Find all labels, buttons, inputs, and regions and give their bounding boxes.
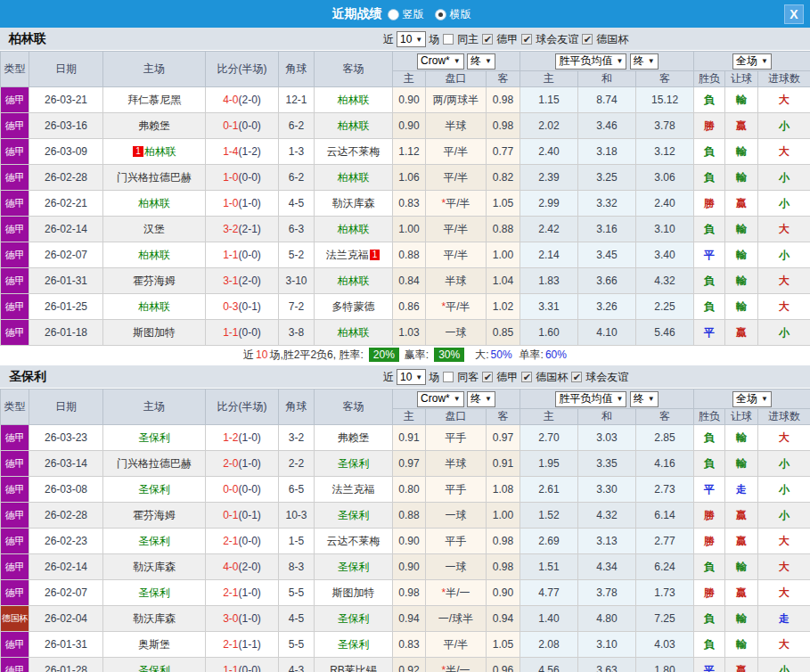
corner-score: 4-3 [279, 658, 315, 672]
avg-odds-select[interactable]: 胜平负均值 [555, 53, 626, 70]
close-button[interactable]: X [784, 4, 804, 24]
match-date: 26-01-28 [29, 658, 103, 672]
match-row: 德甲26-02-28霍芬海姆0-1(0-1)10-3圣保利0.88一球1.001… [1, 503, 810, 529]
result-text: 贏 [736, 197, 747, 209]
team-link: 圣保利 [338, 612, 370, 625]
team-link: 柏林联 [338, 119, 370, 132]
result-text: 大 [779, 223, 790, 235]
comp-checkbox-1[interactable] [482, 34, 493, 45]
radio-vertical-layout[interactable] [388, 9, 399, 20]
col-score: 比分(半场) [206, 389, 279, 425]
same-venue-checkbox[interactable] [443, 34, 454, 45]
stage-select-asian[interactable]: 终 [467, 53, 495, 70]
asian-home-odds: 0.84 [393, 268, 426, 294]
result-text: 走 [736, 483, 747, 496]
asian-home-odds: 0.94 [393, 606, 426, 632]
asian-away-odds: 1.05 [487, 191, 520, 217]
euro-home-odds: 2.40 [520, 139, 578, 165]
line-text: 一球 [446, 561, 467, 573]
result-text: 贏 [736, 119, 747, 132]
filter-games-label: 场 [429, 370, 439, 385]
euro-away-odds: 7.25 [636, 606, 694, 632]
euro-home-odds: 2.61 [520, 477, 578, 503]
result-winlose: 負 [694, 554, 725, 580]
team-link: 多特蒙德 [332, 300, 375, 313]
result-handicap: 走 [725, 477, 758, 503]
asian-home-odds: 0.88 [393, 242, 426, 268]
bookmaker-select[interactable]: Crow* [417, 53, 464, 70]
result-handicap: 輸 [725, 217, 758, 242]
match-row: 德甲26-02-14勒沃库森4-0(2-0)8-3圣保利0.90一球0.981.… [1, 554, 810, 580]
home-team: 门兴格拉德巴赫 [103, 165, 206, 191]
home-team: 汉堡 [103, 217, 206, 242]
match-score: 1-1(0-0) [206, 320, 279, 346]
filter-near-label: 近 [383, 370, 394, 385]
asian-home-odds: 0.90 [393, 87, 426, 113]
team-link: 柏林联 [138, 197, 170, 209]
avg-odds-select[interactable]: 胜平负均值 [555, 391, 626, 407]
comp-checkbox-1[interactable] [482, 372, 493, 382]
match-score: 1-0(0-0) [206, 165, 279, 191]
corner-score: 5-5 [279, 580, 315, 606]
asian-home-odds: 0.90 [393, 529, 426, 554]
result-text: 負 [704, 612, 715, 625]
result-text: 平 [704, 664, 715, 672]
comp-checkbox-2[interactable] [521, 372, 532, 382]
col-asian-away: 客 [487, 71, 520, 87]
comp-checkbox-2[interactable] [521, 34, 532, 45]
match-date: 26-03-14 [29, 451, 103, 477]
result-text: 走 [779, 612, 790, 625]
stage-select-asian[interactable]: 终 [467, 391, 495, 407]
col-euro-home: 主 [520, 71, 578, 87]
result-handicap: 輸 [725, 451, 758, 477]
match-count-select[interactable]: 10 [397, 31, 426, 47]
comp-checkbox-3[interactable] [582, 34, 593, 45]
line-text: 半/一 [446, 664, 470, 672]
scope-select[interactable]: 全场 [732, 391, 772, 407]
match-score: 3-1(2-0) [206, 268, 279, 294]
comp-label-2: 球会友谊 [536, 32, 578, 47]
stage-select-euro[interactable]: 终 [630, 53, 659, 70]
scope-select[interactable]: 全场 [732, 53, 772, 70]
team-link: 霍芬海姆 [133, 275, 176, 287]
match-row: 德甲26-02-07圣保利2-1(1-0)5-5斯图加特0.98*半/一0.90… [1, 580, 810, 606]
asian-away-odds: 1.00 [487, 503, 520, 529]
result-goals: 小 [758, 191, 810, 217]
result-text: 大 [779, 561, 790, 573]
radio-horizontal-label[interactable]: 横版 [450, 7, 471, 22]
recent-results-window: 近期战绩 竖版 横版 X 柏林联 近 10 场 同主 德甲 球会友谊 德国杯 [0, 0, 810, 672]
match-count-select[interactable]: 10 [397, 369, 426, 385]
radio-vertical-label[interactable]: 竖版 [403, 7, 424, 22]
comp-checkbox-3[interactable] [571, 372, 582, 382]
match-date: 26-02-04 [29, 606, 103, 632]
halftime-score: (0-1) [239, 509, 261, 521]
same-venue-checkbox[interactable] [443, 372, 454, 382]
result-goals: 小 [758, 658, 810, 672]
league-badge: 德甲 [1, 503, 29, 529]
euro-home-odds: 2.70 [520, 425, 578, 451]
line-text: 一/球半 [438, 612, 473, 625]
league-badge: 德甲 [1, 580, 29, 606]
result-text: 輸 [736, 145, 747, 158]
away-team: 多特蒙德 [315, 294, 393, 320]
match-row: 德甲26-02-14汉堡3-2(2-1)6-3柏林联1.00平/半0.882.4… [1, 217, 810, 242]
red-card-badge: 1 [370, 250, 380, 260]
bookmaker-select[interactable]: Crow* [417, 391, 464, 407]
away-team: 柏林联 [315, 217, 393, 242]
line-text: 平手 [446, 431, 467, 444]
col-euro-away: 客 [636, 409, 694, 425]
result-handicap: 輸 [725, 606, 758, 632]
match-date: 26-02-14 [29, 554, 103, 580]
team-link: 圣保利 [138, 664, 170, 672]
radio-horizontal-layout[interactable] [435, 9, 446, 20]
euro-draw-odds: 3.32 [578, 191, 636, 217]
halftime-score: (0-0) [239, 171, 261, 184]
results-table-team1: 类型 日期 主场 比分(半场) 角球 客场 Crow* 终 胜平负均值 终 全场 [0, 51, 810, 346]
stage-select-euro[interactable]: 终 [630, 391, 659, 407]
col-asian-line: 盘口 [426, 409, 487, 425]
col-type: 类型 [1, 389, 29, 425]
asian-handicap-line: 一球 [426, 554, 487, 580]
col-euro-home: 主 [520, 409, 578, 425]
line-text: 一球 [446, 326, 467, 339]
result-winlose: 平 [694, 320, 725, 346]
